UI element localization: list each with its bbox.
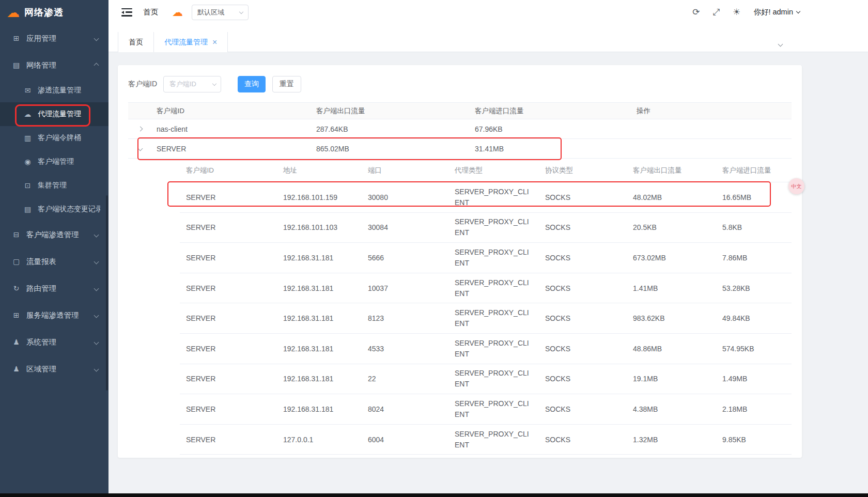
client-id-label: 客户端ID xyxy=(128,80,157,89)
sidebar-subitem-proxy-traffic[interactable]: ☁ 代理流量管理 xyxy=(0,102,109,126)
traffic-table: 客户端ID 客户端出口流量 客户端进口流量 操作 nas-client 287.… xyxy=(128,102,792,455)
sidebar-subitem-client-token-bucket[interactable]: ▥ 客户端令牌桶 xyxy=(0,126,109,150)
sidebar-subitem-client-status-log[interactable]: ▤ 客户端状态变更记录 xyxy=(0,197,109,221)
sub-client-id: SERVER xyxy=(180,314,277,322)
cell-client-id: nas-client xyxy=(152,125,312,133)
region-select[interactable]: 默认区域 xyxy=(192,5,249,20)
subtable-row[interactable]: SERVER 192.168.31.181 8123 SERVER_PROXY_… xyxy=(180,303,792,334)
subcol-port: 端口 xyxy=(362,166,448,175)
tab-proxy-traffic[interactable]: 代理流量管理 × xyxy=(154,32,228,52)
sidebar-item-app-management[interactable]: ⊞ 应用管理 xyxy=(0,25,109,52)
layers-icon: ⊞ xyxy=(11,311,21,319)
subtable-row[interactable]: SERVER 192.168.31.181 8024 SERVER_PROXY_… xyxy=(180,394,792,425)
chevron-down-icon xyxy=(94,259,99,264)
filter-bar: 客户端ID 客户端ID 查询 重置 xyxy=(128,76,792,92)
sub-client-id: SERVER xyxy=(180,284,277,292)
app-title: 网络渗透 xyxy=(24,6,64,19)
translate-badge[interactable]: 中文 xyxy=(788,178,804,194)
sub-out: 48.86MB xyxy=(627,345,716,353)
user-menu[interactable]: 你好! admin xyxy=(753,7,800,17)
reset-button[interactable]: 重置 xyxy=(272,76,301,92)
refresh-icon[interactable]: ⟳ xyxy=(692,8,700,17)
app-logo: ☁ 网络渗透 xyxy=(0,0,109,25)
col-out-traffic: 客户端出口流量 xyxy=(312,106,471,116)
table-row[interactable]: nas-client 287.64KB 67.96KB xyxy=(128,119,792,139)
fullscreen-icon[interactable]: ⤢ xyxy=(713,8,720,17)
greeting-text: 你好! admin xyxy=(753,7,793,17)
subtable-row[interactable]: SERVER 192.168.31.181 5666 SERVER_PROXY_… xyxy=(180,243,792,273)
subtable-row[interactable]: SERVER 192.168.31.181 4533 SERVER_PROXY_… xyxy=(180,334,792,364)
chevron-down-icon xyxy=(796,9,800,13)
subtable-row[interactable]: SERVER 192.168.31.181 10037 SERVER_PROXY… xyxy=(180,273,792,304)
chevron-down-icon xyxy=(94,36,99,41)
app-icon: ⊞ xyxy=(11,34,21,42)
sidebar-scrollbar[interactable] xyxy=(106,195,108,391)
sub-proxy-type: SERVER_PROXY_CLIENT xyxy=(448,247,539,269)
tabs-dropdown[interactable] xyxy=(779,39,782,48)
topbar-right: ⟳ ⤢ ☀ 你好! admin xyxy=(692,7,800,17)
sub-address: 192.168.31.181 xyxy=(277,375,362,383)
col-client-id: 客户端ID xyxy=(152,106,312,116)
chevron-down-icon xyxy=(94,339,99,345)
location-pin-icon: ◉ xyxy=(23,158,33,166)
cell-in: 31.41MB xyxy=(471,145,632,153)
sidebar-subitem-client-management[interactable]: ◉ 客户端管理 xyxy=(0,150,109,174)
cell-out: 865.02MB xyxy=(312,145,471,153)
sub-in: 574.95KB xyxy=(716,345,792,353)
user-icon: ♟ xyxy=(11,365,21,373)
sidebar-item-client-penetration[interactable]: ⊟ 客户端渗透管理 xyxy=(0,221,109,248)
sidebar-item-network-management[interactable]: ▤ 网络管理 xyxy=(0,52,109,79)
sub-out: 20.5KB xyxy=(627,223,716,231)
sidebar-item-label: 客户端状态变更记录 xyxy=(38,205,100,214)
sub-port: 5666 xyxy=(362,254,448,262)
sub-proxy-type: SERVER_PROXY_CLIENT xyxy=(448,307,539,329)
subcol-proxy-type: 代理类型 xyxy=(448,166,539,175)
sub-address: 127.0.0.1 xyxy=(277,436,362,444)
tab-label: 代理流量管理 xyxy=(164,38,208,47)
sidebar-item-system-management[interactable]: ♟ 系统管理 xyxy=(0,329,109,355)
expand-row-icon[interactable] xyxy=(138,127,143,132)
layers-icon: ⊡ xyxy=(23,181,33,190)
network-management-submenu: ✉ 渗透流量管理 ☁ 代理流量管理 ▥ 客户端令牌桶 ◉ 客户端管理 ⊡ 集 xyxy=(0,79,109,221)
close-icon[interactable]: × xyxy=(212,38,217,46)
content-card: 客户端ID 客户端ID 查询 重置 客户端ID 客户端出口流量 客户端进口流量 xyxy=(118,65,802,458)
sub-protocol: SOCKS xyxy=(539,254,627,262)
sidebar-item-server-penetration[interactable]: ⊞ 服务端渗透管理 xyxy=(0,302,109,329)
sidebar-item-label: 集群管理 xyxy=(38,181,100,190)
subtable-row[interactable]: SERVER 127.0.0.1 6004 SERVER_PROXY_CLIEN… xyxy=(180,425,792,455)
topbar: 首页 ☁ 默认区域 ⟳ ⤢ ☀ 你好! admin xyxy=(109,0,868,24)
theme-icon[interactable]: ☀ xyxy=(733,8,740,17)
sub-in: 49.84KB xyxy=(716,314,792,322)
subtable-row[interactable]: SERVER 192.168.101.103 30084 SERVER_PROX… xyxy=(180,213,792,243)
sub-out: 48.02MB xyxy=(627,193,716,201)
sidebar-item-traffic-report[interactable]: ▢ 流量报表 xyxy=(0,248,109,275)
sidebar-item-label: 应用管理 xyxy=(26,34,95,43)
sidebar-item-region-management[interactable]: ♟ 区域管理 xyxy=(0,355,109,382)
sidebar-item-route-management[interactable]: ↻ 路由管理 xyxy=(0,275,109,302)
sub-address: 192.168.31.181 xyxy=(277,284,362,292)
sub-port: 8024 xyxy=(362,405,448,413)
sub-out: 1.32MB xyxy=(627,436,716,444)
file-icon: ▤ xyxy=(23,205,33,213)
subtable-row[interactable]: SERVER 192.168.31.181 22 SERVER_PROXY_CL… xyxy=(180,364,792,395)
client-id-select[interactable]: 客户端ID xyxy=(163,76,221,92)
bucket-icon: ▥ xyxy=(23,134,33,142)
sidebar-subitem-penetration-traffic[interactable]: ✉ 渗透流量管理 xyxy=(0,79,109,102)
collapse-menu-icon[interactable] xyxy=(121,8,132,17)
horizontal-scrollbar[interactable] xyxy=(0,493,868,497)
search-button[interactable]: 查询 xyxy=(238,76,266,92)
collapse-row-icon[interactable] xyxy=(138,146,143,151)
cell-client-id: SERVER xyxy=(152,145,312,153)
sidebar-subitem-cluster-management[interactable]: ⊡ 集群管理 xyxy=(0,174,109,197)
tab-home[interactable]: 首页 xyxy=(118,32,154,52)
table-row-expanded[interactable]: SERVER 865.02MB 31.41MB xyxy=(128,139,792,159)
sub-protocol: SOCKS xyxy=(539,284,627,292)
sub-client-id: SERVER xyxy=(180,223,277,231)
subcol-in: 客户端进口流量 xyxy=(716,166,792,175)
sidebar-item-label: 客户端渗透管理 xyxy=(26,230,95,240)
sub-in: 7.86MB xyxy=(716,254,792,262)
breadcrumb[interactable]: 首页 xyxy=(143,7,158,17)
subtable-row[interactable]: SERVER 192.168.101.159 30080 SERVER_PROX… xyxy=(180,182,792,213)
sub-port: 4533 xyxy=(362,345,448,353)
chevron-down-icon xyxy=(94,366,99,371)
